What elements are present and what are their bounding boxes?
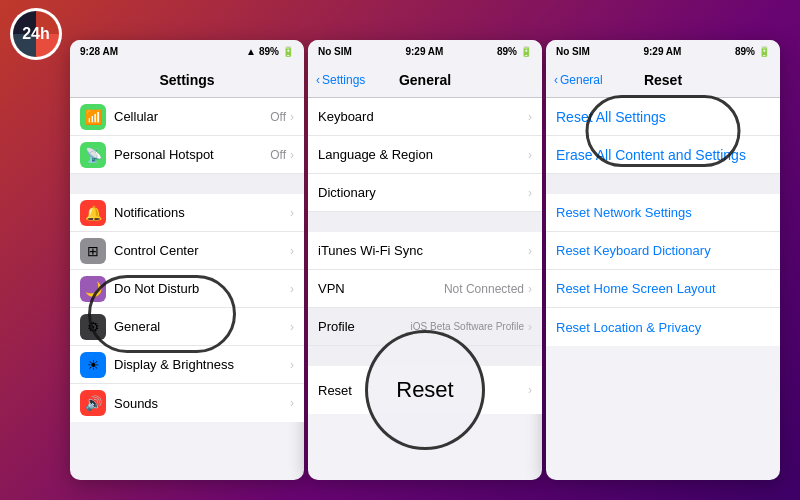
panel3-back[interactable]: ‹ General <box>554 73 603 87</box>
watermark-inner: 24h <box>13 11 59 57</box>
control-center-icon: ⊞ <box>80 238 106 264</box>
vpn-chevron: › <box>528 282 532 296</box>
disturb-label: Do Not Disturb <box>114 281 290 296</box>
dictionary-chevron: › <box>528 186 532 200</box>
panel1-nav: Settings <box>70 62 304 98</box>
settings-item-dictionary[interactable]: Dictionary › <box>308 174 542 212</box>
section-gap-1 <box>70 174 304 194</box>
panel2-settings-list: Keyboard › Language & Region › Dictionar… <box>308 98 542 480</box>
reset-network-label: Reset Network Settings <box>556 205 770 220</box>
panel3-nav: ‹ General Reset <box>546 62 780 98</box>
settings-item-general[interactable]: ⚙ General › <box>70 308 304 346</box>
panel2-nosim: No SIM <box>318 46 352 57</box>
cellular-icon: 📶 <box>80 104 106 130</box>
panel-general: No SIM 9:29 AM 89% 🔋 ‹ Settings General … <box>308 40 542 480</box>
settings-item-profile[interactable]: Profile iOS Beta Software Profile › <box>308 308 542 346</box>
panel1-relative: 9:28 AM ▲ 89% 🔋 Settings 📶 Cellular Off … <box>70 40 304 480</box>
settings-item-reset-home[interactable]: Reset Home Screen Layout <box>546 270 780 308</box>
profile-chevron: › <box>528 320 532 334</box>
keyboard-chevron: › <box>528 110 532 124</box>
panel2-back[interactable]: ‹ Settings <box>316 73 365 87</box>
display-chevron: › <box>290 358 294 372</box>
watermark-reg: ® <box>54 10 60 19</box>
panel3-nosim: No SIM <box>556 46 590 57</box>
watermark-circle: 24h ® <box>10 8 62 60</box>
notifications-icon: 🔔 <box>80 200 106 226</box>
panel1-nav-title: Settings <box>159 72 214 88</box>
notifications-label: Notifications <box>114 205 290 220</box>
language-label: Language & Region <box>318 147 528 162</box>
erase-all-label: Erase All Content and Settings <box>556 147 770 163</box>
profile-label: Profile <box>318 319 411 334</box>
panel3-relative: No SIM 9:29 AM 89% 🔋 ‹ General Reset Res… <box>546 40 780 480</box>
sounds-label: Sounds <box>114 396 290 411</box>
panel3-gap <box>546 174 780 194</box>
panel1-settings-list: 📶 Cellular Off › 📡 Personal Hotspot Off … <box>70 98 304 480</box>
settings-item-hotspot[interactable]: 📡 Personal Hotspot Off › <box>70 136 304 174</box>
panel2-status-bar: No SIM 9:29 AM 89% 🔋 <box>308 40 542 62</box>
settings-item-keyboard[interactable]: Keyboard › <box>308 98 542 136</box>
watermark-text: 24h <box>22 25 50 43</box>
settings-item-disturb[interactable]: 🌙 Do Not Disturb › <box>70 270 304 308</box>
panel3-battery-icon: 🔋 <box>758 46 770 57</box>
control-center-label: Control Center <box>114 243 290 258</box>
panel-reset: No SIM 9:29 AM 89% 🔋 ‹ General Reset Res… <box>546 40 780 480</box>
settings-item-notifications[interactable]: 🔔 Notifications › <box>70 194 304 232</box>
panel3-status-bar: No SIM 9:29 AM 89% 🔋 <box>546 40 780 62</box>
sounds-icon: 🔊 <box>80 390 106 416</box>
panel1-time: 9:28 AM <box>80 46 118 57</box>
cellular-value: Off <box>270 110 286 124</box>
general-label: General <box>114 319 290 334</box>
hotspot-value: Off <box>270 148 286 162</box>
settings-item-itunes[interactable]: iTunes Wi-Fi Sync › <box>308 232 542 270</box>
control-center-chevron: › <box>290 244 294 258</box>
settings-item-language[interactable]: Language & Region › <box>308 136 542 174</box>
general-icon: ⚙ <box>80 314 106 340</box>
settings-item-vpn[interactable]: VPN Not Connected › <box>308 270 542 308</box>
panel3-status-right: 89% 🔋 <box>735 46 770 57</box>
panel3-nav-title: Reset <box>644 72 682 88</box>
cellular-label: Cellular <box>114 109 270 124</box>
vpn-value: Not Connected <box>444 282 524 296</box>
panel1-status-right: ▲ 89% 🔋 <box>246 46 294 57</box>
disturb-chevron: › <box>290 282 294 296</box>
vpn-label: VPN <box>318 281 444 296</box>
settings-item-reset-location[interactable]: Reset Location & Privacy <box>546 308 780 346</box>
back-arrow-icon: ‹ <box>316 73 320 87</box>
watermark: 24h ® <box>10 8 62 60</box>
settings-item-cellular[interactable]: 📶 Cellular Off › <box>70 98 304 136</box>
reset-keyboard-label: Reset Keyboard Dictionary <box>556 243 770 258</box>
panel3-time: 9:29 AM <box>643 46 681 57</box>
panel2-nav-title: General <box>399 72 451 88</box>
reset-location-label: Reset Location & Privacy <box>556 320 770 335</box>
reset-all-label: Reset All Settings <box>556 109 770 125</box>
panel2-relative: No SIM 9:29 AM 89% 🔋 ‹ Settings General … <box>308 40 542 480</box>
settings-item-sounds[interactable]: 🔊 Sounds › <box>70 384 304 422</box>
panel3-back-arrow: ‹ <box>554 73 558 87</box>
notifications-chevron: › <box>290 206 294 220</box>
settings-item-display[interactable]: ☀ Display & Brightness › <box>70 346 304 384</box>
general-chevron: › <box>290 320 294 334</box>
panel2-nav: ‹ Settings General <box>308 62 542 98</box>
reset-chevron: › <box>528 383 532 397</box>
settings-item-erase-all[interactable]: Erase All Content and Settings <box>546 136 780 174</box>
settings-item-reset-all[interactable]: Reset All Settings <box>546 98 780 136</box>
panel2-section-gap <box>308 212 542 232</box>
hotspot-icon: 📡 <box>80 142 106 168</box>
panel2-section-gap-2 <box>308 346 542 366</box>
sounds-chevron: › <box>290 396 294 410</box>
reset-home-label: Reset Home Screen Layout <box>556 281 770 296</box>
panel2-battery-icon: 🔋 <box>520 46 532 57</box>
panel3-settings-list: Reset All Settings Erase All Content and… <box>546 98 780 480</box>
settings-item-reset-keyboard[interactable]: Reset Keyboard Dictionary <box>546 232 780 270</box>
panel2-status-right: 89% 🔋 <box>497 46 532 57</box>
panel3-battery: 89% <box>735 46 755 57</box>
panel1-status-bar: 9:28 AM ▲ 89% 🔋 <box>70 40 304 62</box>
hotspot-chevron: › <box>290 148 294 162</box>
itunes-label: iTunes Wi-Fi Sync <box>318 243 528 258</box>
settings-item-reset[interactable]: Reset › <box>308 366 542 414</box>
settings-item-reset-network[interactable]: Reset Network Settings <box>546 194 780 232</box>
settings-item-control-center[interactable]: ⊞ Control Center › <box>70 232 304 270</box>
language-chevron: › <box>528 148 532 162</box>
display-label: Display & Brightness <box>114 357 290 372</box>
